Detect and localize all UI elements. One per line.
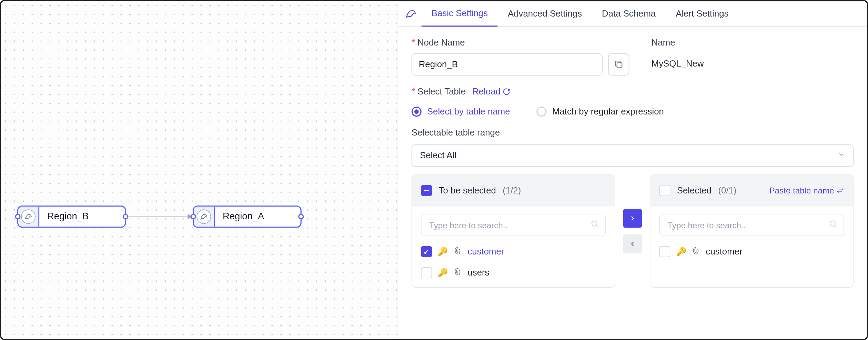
swap-icon [836, 186, 844, 194]
app-root: Region_B Region_A Basic Settings Advance… [0, 0, 868, 340]
chevron-right-icon [629, 214, 637, 222]
select-all-checkbox[interactable] [659, 185, 670, 196]
radio-match-by-regex[interactable]: Match by regular expression [537, 107, 664, 117]
node-label: Region_A [215, 211, 272, 222]
mysql-dolphin-icon [402, 7, 421, 20]
select-table-label: Select Table [412, 87, 466, 97]
chevron-down-icon [837, 151, 845, 161]
node-name-input[interactable] [412, 53, 603, 76]
node-label: Region_B [39, 211, 96, 222]
radio-select-by-name[interactable]: Select by table name [412, 107, 510, 117]
node-icon [194, 207, 215, 227]
tab-data-schema[interactable]: Data Schema [592, 1, 666, 26]
port-right[interactable] [123, 214, 128, 219]
right-search-input[interactable] [659, 214, 844, 236]
transfer-buttons [623, 174, 642, 288]
item-checkbox[interactable] [421, 246, 432, 257]
settings-panel: Basic Settings Advanced Settings Data Sc… [398, 1, 867, 339]
selected-count: (0/1) [718, 185, 736, 195]
selectable-range-label: Selectable table range [412, 128, 854, 138]
to-be-selected-count: (1/2) [503, 185, 521, 195]
table-item-customer-selected[interactable]: 🔑 customer [659, 246, 844, 257]
radio-circle-icon [412, 107, 422, 117]
port-right[interactable] [298, 214, 304, 219]
selectable-range-select[interactable]: Select All [412, 144, 854, 167]
search-icon [590, 219, 599, 230]
transfer-right-panel: Selected (0/1) Paste table name [650, 174, 854, 288]
mysql-dolphin-icon [196, 209, 211, 224]
selected-title: Selected [677, 185, 711, 195]
tab-bar: Basic Settings Advanced Settings Data Sc… [398, 1, 867, 27]
node-region-b[interactable]: Region_B [17, 206, 126, 228]
reload-icon [503, 88, 511, 96]
svg-point-1 [592, 221, 597, 226]
reload-link[interactable]: Reload [472, 87, 511, 97]
svg-rect-0 [617, 63, 622, 68]
svg-line-2 [596, 226, 598, 227]
chevron-left-icon [629, 240, 637, 248]
edge-region-b-to-a [126, 216, 192, 217]
table-transfer: To be selected (1/2) [412, 174, 854, 288]
port-left[interactable] [191, 214, 196, 219]
key-icon: 🔑 [676, 247, 687, 257]
move-left-button[interactable] [623, 234, 642, 253]
copy-node-name-button[interactable] [608, 53, 629, 76]
tab-basic-settings[interactable]: Basic Settings [422, 1, 498, 26]
key-icon: 🔑 [437, 268, 448, 278]
to-be-selected-title: To be selected [439, 185, 496, 195]
search-icon [829, 219, 838, 230]
node-icon [18, 207, 39, 227]
key-icon: 🔑 [437, 247, 448, 257]
table-item-users[interactable]: 🔑 users [421, 267, 606, 278]
item-checkbox[interactable] [659, 246, 670, 257]
copy-icon [614, 59, 624, 69]
port-left[interactable] [15, 214, 20, 219]
radio-circle-icon [537, 107, 547, 117]
select-all-checkbox[interactable] [421, 185, 432, 196]
left-search-input[interactable] [421, 214, 606, 236]
form-body: Node Name Name MySQL_New Select Table [398, 27, 867, 299]
item-checkbox[interactable] [421, 267, 432, 278]
name-value: MySQL_New [652, 53, 704, 69]
fingerprint-icon [454, 268, 462, 278]
node-name-label: Node Name [412, 38, 629, 48]
name-label: Name [652, 38, 704, 48]
fingerprint-icon [454, 247, 462, 257]
tab-advanced-settings[interactable]: Advanced Settings [498, 1, 592, 26]
transfer-left-panel: To be selected (1/2) [412, 174, 615, 288]
move-right-button[interactable] [623, 209, 642, 228]
paste-table-name-link[interactable]: Paste table name [769, 186, 844, 195]
svg-point-3 [830, 221, 835, 226]
svg-line-4 [835, 226, 837, 227]
tab-alert-settings[interactable]: Alert Settings [666, 1, 738, 26]
node-region-a[interactable]: Region_A [193, 206, 302, 228]
fingerprint-icon [692, 247, 700, 257]
mysql-dolphin-icon [21, 209, 36, 224]
table-item-customer[interactable]: 🔑 customer [421, 246, 606, 257]
flow-canvas[interactable]: Region_B Region_A [1, 1, 398, 339]
